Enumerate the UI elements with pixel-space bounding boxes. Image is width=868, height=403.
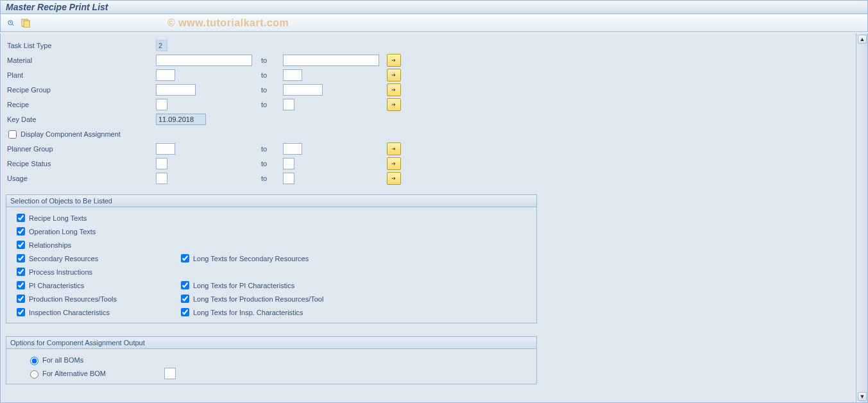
field-alt-bom[interactable] [164,368,176,379]
row-material: Material to [6,53,851,67]
label-material: Material [6,56,156,64]
label-key-date: Key Date [6,116,156,123]
label-for-all-boms: For all BOMs [42,356,83,364]
checkbox-long-insp-char[interactable] [181,308,189,316]
arrow-right-icon [391,72,396,78]
field-recipe-group-high[interactable] [283,84,323,96]
variant-button[interactable] [20,17,33,30]
field-recipe-status-low[interactable] [156,158,167,169]
field-material-low[interactable] [156,55,252,66]
arrow-right-icon [391,175,396,182]
scroll-up-icon[interactable]: ▲ [858,35,867,44]
field-planner-group-low[interactable] [156,143,175,155]
clock-execute-icon [7,20,15,26]
row-task-list-type: Task List Type [6,39,851,53]
group-component-output-body: For all BOMs For Alternative BOM [6,349,536,384]
field-recipe-status-high[interactable] [283,158,294,169]
row-recipe-status: Recipe Status to [6,157,851,171]
field-key-date[interactable] [156,114,206,125]
multisel-plant[interactable] [387,69,401,81]
group-component-output-title: Options for Component Assignment Output [6,337,536,349]
checkbox-long-sec-res[interactable] [181,254,189,262]
field-planner-group-high[interactable] [283,143,302,155]
radio-for-all-boms[interactable] [30,357,38,365]
group-selection-objects-body: Recipe Long Texts Operation Long Texts R… [6,207,536,323]
to-usage: to [257,175,283,182]
checkbox-secondary-resources[interactable] [17,254,25,262]
to-recipe-status: to [257,160,283,167]
field-usage-low[interactable] [156,173,167,184]
field-recipe-group-low[interactable] [156,84,196,96]
label-long-pi-char: Long Texts for PI Characteristics [193,282,294,289]
row-planner-group: Planner Group to [6,142,851,156]
window-title: Master Recipe Print List [6,2,108,12]
arrow-right-icon [391,146,396,152]
row-usage: Usage to [6,171,851,185]
field-plant-low[interactable] [156,69,175,81]
label-long-prod-res: Long Texts for Production Resources/Tool [193,295,323,303]
field-recipe-low[interactable] [156,99,167,110]
label-secondary-resources: Secondary Resources [29,255,98,262]
arrow-right-icon [391,160,396,167]
multisel-material[interactable] [387,54,401,67]
checkbox-long-prod-res[interactable] [181,295,189,303]
checkbox-process-instructions[interactable] [17,268,25,276]
label-relationships: Relationships [29,241,71,249]
row-recipe: Recipe to [6,98,851,112]
label-operation-long-texts: Operation Long Texts [29,228,96,236]
radio-for-alt-bom[interactable] [30,370,38,379]
checkbox-operation-long-texts[interactable] [17,227,25,236]
label-for-alt-bom: For Alternative BOM [42,370,164,377]
to-recipe: to [257,101,283,108]
group-selection-objects-title: Selection of Objects to Be Listed [6,195,536,207]
body-area: Task List Type Material to Plant to [0,33,868,403]
multisel-recipe-status[interactable] [387,157,401,170]
field-recipe-high[interactable] [283,99,294,110]
checkbox-insp-char[interactable] [17,308,25,316]
watermark-text: © www.tutorialkart.com [167,17,289,29]
group-selection-objects: Selection of Objects to Be Listed Recipe… [6,194,537,323]
row-recipe-group: Recipe Group to [6,83,851,97]
to-planner-group: to [257,145,283,153]
field-usage-high[interactable] [283,173,294,184]
field-task-list-type[interactable] [156,40,167,51]
label-recipe-status: Recipe Status [6,160,156,167]
label-process-instructions: Process Instructions [29,268,92,276]
to-recipe-group: to [257,86,283,94]
label-prod-res-tools: Production Resources/Tools [29,295,117,303]
checkbox-relationships[interactable] [17,241,25,249]
checkbox-prod-res-tools[interactable] [17,295,25,303]
row-disp-comp-assign: Display Component Assignment [6,127,851,141]
label-recipe-long-texts: Recipe Long Texts [29,214,87,222]
group-component-output: Options for Component Assignment Output … [6,336,537,384]
row-key-date: Key Date [6,112,851,126]
execute-button[interactable] [4,17,17,30]
label-planner-group: Planner Group [6,145,156,153]
to-plant: to [257,71,283,79]
field-plant-high[interactable] [283,69,302,81]
window-titlebar: Master Recipe Print List [0,0,868,14]
checkbox-pi-characteristics[interactable] [17,281,25,289]
label-pi-characteristics: PI Characteristics [29,282,84,289]
selection-screen: Task List Type Material to Plant to [0,33,856,403]
arrow-right-icon [391,57,396,64]
multisel-recipe[interactable] [387,98,401,111]
field-material-high[interactable] [283,55,379,66]
label-usage: Usage [6,175,156,182]
multisel-recipe-group[interactable] [387,83,401,96]
vertical-scrollbar[interactable]: ▲ ▼ [856,33,868,403]
multisel-planner-group[interactable] [387,142,401,155]
label-task-list-type: Task List Type [6,42,156,49]
scroll-down-icon[interactable]: ▼ [858,392,867,401]
checkbox-disp-comp-assign[interactable] [8,130,17,139]
checkbox-recipe-long-texts[interactable] [17,214,25,222]
label-insp-char: Inspection Characteristics [29,309,110,316]
label-recipe-group: Recipe Group [6,86,156,94]
to-material: to [257,56,283,64]
checkbox-long-pi-char[interactable] [181,281,189,289]
multisel-usage[interactable] [387,172,401,185]
toolbar: © www.tutorialkart.com [0,14,868,32]
arrow-right-icon [391,101,396,108]
app-root: Master Recipe Print List © www.tutorialk… [0,0,868,403]
label-disp-comp-assign: Display Component Assignment [21,130,121,138]
